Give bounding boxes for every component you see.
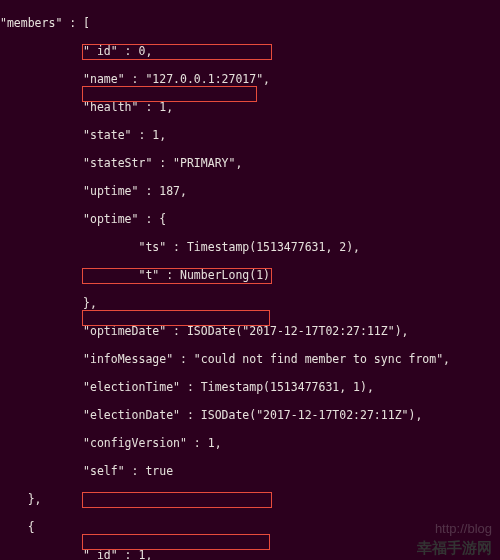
- json-line: "optime" : {: [0, 212, 500, 226]
- json-line: },: [0, 296, 500, 310]
- json-line: "name" : "127.0.0.1:27017",: [0, 72, 500, 86]
- json-line: {: [0, 520, 500, 534]
- json-line: "health" : 1,: [0, 100, 500, 114]
- json-line: "optimeDate" : ISODate("2017-12-17T02:27…: [0, 324, 500, 338]
- code-block: "members" : [ " id" : 0, "name" : "127.0…: [0, 0, 500, 560]
- json-line: "members" : [: [0, 16, 500, 30]
- json-line: "infoMessage" : "could not find member t…: [0, 352, 500, 366]
- json-line: "electionTime" : Timestamp(1513477631, 1…: [0, 380, 500, 394]
- json-line: " id" : 0,: [0, 44, 500, 58]
- json-line: "stateStr" : "PRIMARY",: [0, 156, 500, 170]
- json-line: "t" : NumberLong(1): [0, 268, 500, 282]
- json-line: "configVersion" : 1,: [0, 436, 500, 450]
- json-line: "ts" : Timestamp(1513477631, 2),: [0, 240, 500, 254]
- json-line: "self" : true: [0, 464, 500, 478]
- json-line: },: [0, 492, 500, 506]
- watermark-text: 幸福手游网: [417, 541, 492, 555]
- watermark-url: http://blog: [435, 522, 492, 536]
- json-line: "state" : 1,: [0, 128, 500, 142]
- json-line: "uptime" : 187,: [0, 184, 500, 198]
- json-line: "electionDate" : ISODate("2017-12-17T02:…: [0, 408, 500, 422]
